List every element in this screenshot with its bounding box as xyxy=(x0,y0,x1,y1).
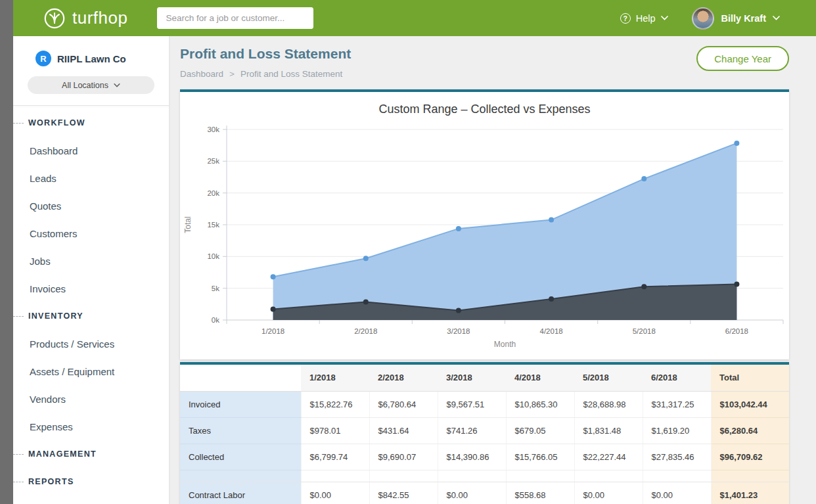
cell-value: $28,688.98 xyxy=(574,391,643,417)
row-label: Taxes xyxy=(180,417,301,444)
cell-value: $10,865.30 xyxy=(506,391,574,417)
row-total: $6,280.64 xyxy=(711,417,789,444)
cell-value: $14,390.86 xyxy=(438,444,506,470)
cell-value: $0.00 xyxy=(643,482,711,504)
cell-value: $431.64 xyxy=(369,417,438,444)
sidebar-section-management: MANAGEMENT xyxy=(13,440,169,468)
sidebar-item-jobs[interactable]: Jobs xyxy=(13,247,169,275)
location-filter[interactable]: All Locations xyxy=(28,76,154,94)
sidebar-item-customers[interactable]: Customers xyxy=(13,219,169,247)
tree-dash-icon xyxy=(13,316,24,317)
cell-value: $9,567.51 xyxy=(438,391,506,417)
cell-value: $6,780.64 xyxy=(369,391,438,417)
svg-text:6/2018: 6/2018 xyxy=(725,327,748,335)
breadcrumb: Dashboard>Profit and Loss Statement xyxy=(180,69,351,79)
cell-value: $741.26 xyxy=(438,417,506,444)
row-total: $103,042.44 xyxy=(711,391,789,417)
chevron-down-icon xyxy=(661,16,668,20)
row-label: Collected xyxy=(180,444,301,470)
sidebar-item-dashboard[interactable]: Dashboard xyxy=(13,137,169,164)
table-row: Collected$6,799.74$9,690.07$14,390.86$15… xyxy=(180,444,789,470)
user-avatar xyxy=(692,7,714,30)
help-menu[interactable]: ? Help xyxy=(620,13,668,24)
column-header: 4/2018 xyxy=(506,365,574,391)
search-input[interactable] xyxy=(157,7,313,29)
topbar-right: ? Help Billy Kraft xyxy=(620,7,816,30)
app-window: turfhop ? Help Billy Kraft R RIIPL Lawn … xyxy=(13,0,816,504)
cell-value: $0.00 xyxy=(438,482,506,504)
cell-value: $6,799.74 xyxy=(301,444,369,470)
sidebar-item-vendors[interactable]: Vendors xyxy=(13,385,169,413)
svg-text:3/2018: 3/2018 xyxy=(447,327,470,335)
cell-value: $978.01 xyxy=(301,417,369,444)
sidebar-section-workflow: WORKFLOW xyxy=(13,109,169,137)
user-name: Billy Kraft xyxy=(721,13,767,24)
tree-dash-icon xyxy=(13,454,24,455)
cell-value: $1,831.48 xyxy=(574,417,643,444)
column-header: 1/2018 xyxy=(301,365,369,391)
cell-value: $0.00 xyxy=(301,482,369,504)
brand[interactable]: turfhop xyxy=(43,7,127,30)
sidebar-item-quotes[interactable]: Quotes xyxy=(13,192,169,219)
svg-text:Month: Month xyxy=(494,340,516,349)
chevron-down-icon xyxy=(773,16,780,20)
breadcrumb-profit-and-loss-statement: Profit and Loss Statement xyxy=(240,69,342,79)
cell-value: $558.68 xyxy=(506,482,574,504)
breadcrumb-dashboard[interactable]: Dashboard xyxy=(180,69,223,79)
table-row: Invoiced$15,822.76$6,780.64$9,567.51$10,… xyxy=(180,391,789,417)
sidebar-item-assets-equipment[interactable]: Assets / Equipment xyxy=(13,357,169,385)
cell-value: $15,822.76 xyxy=(301,391,369,417)
chart-card: Custom Range – Collected vs Expenses 0k5… xyxy=(180,89,789,359)
cell-value: $679.05 xyxy=(506,417,574,444)
table-row: Contract Labor$0.00$842.55$0.00$558.68$0… xyxy=(180,482,789,504)
sidebar-item-expenses[interactable]: Expenses xyxy=(13,413,169,440)
page-header: Profit and Loss Statement Dashboard>Prof… xyxy=(180,46,789,79)
brand-name: turfhop xyxy=(72,8,127,28)
cell-value: $27,835.46 xyxy=(643,444,711,470)
column-header: 5/2018 xyxy=(574,365,643,391)
sidebar-section-inventory: INVENTORY xyxy=(13,302,169,330)
table-row: Taxes$978.01$431.64$741.26$679.05$1,831.… xyxy=(180,417,789,444)
row-label: Invoiced xyxy=(180,391,301,417)
main-content: Profit and Loss Statement Dashboard>Prof… xyxy=(169,36,816,504)
change-year-button[interactable]: Change Year xyxy=(696,46,789,71)
cell-value: $15,766.05 xyxy=(506,444,574,470)
section-spacer-row xyxy=(180,470,789,482)
column-header: 3/2018 xyxy=(438,365,506,391)
tree-dash-icon xyxy=(13,123,24,124)
help-label: Help xyxy=(636,13,656,24)
sidebar-item-products-services[interactable]: Products / Services xyxy=(13,330,169,357)
pl-table: 1/20182/20183/20184/20185/20186/2018Tota… xyxy=(180,365,789,504)
svg-text:1/2018: 1/2018 xyxy=(261,327,284,335)
company-switcher[interactable]: R RIIPL Lawn Co xyxy=(13,36,169,66)
row-label-header xyxy=(180,365,301,391)
svg-text:4/2018: 4/2018 xyxy=(540,327,563,335)
sidebar-item-invoices[interactable]: Invoices xyxy=(13,275,169,302)
sidebar-item-leads[interactable]: Leads xyxy=(13,164,169,192)
svg-text:20k: 20k xyxy=(207,189,219,197)
breadcrumb-separator: > xyxy=(229,69,235,79)
sidebar-section-reports: REPORTS xyxy=(13,468,169,495)
sidebar-section-super-admin: SUPER ADMIN xyxy=(13,495,169,504)
chart-title: Custom Range – Collected vs Expenses xyxy=(180,92,789,116)
help-icon: ? xyxy=(620,13,631,24)
svg-text:0k: 0k xyxy=(212,316,219,324)
company-logo: R xyxy=(35,51,51,66)
topbar: turfhop ? Help Billy Kraft xyxy=(13,0,816,36)
user-menu[interactable]: Billy Kraft xyxy=(692,7,781,30)
column-header: 6/2018 xyxy=(643,365,711,391)
total-column-header: Total xyxy=(711,365,789,391)
svg-text:Total: Total xyxy=(183,216,193,233)
cell-value: $1,619.20 xyxy=(643,417,711,444)
company-name: RIIPL Lawn Co xyxy=(57,53,126,64)
svg-text:25k: 25k xyxy=(207,157,219,165)
sidebar-nav: WORKFLOWDashboardLeadsQuotesCustomersJob… xyxy=(13,106,169,504)
row-total: $96,709.62 xyxy=(711,444,789,470)
tree-dash-icon xyxy=(13,482,24,482)
pl-table-card: 1/20182/20183/20184/20185/20186/2018Tota… xyxy=(180,362,789,504)
svg-text:5k: 5k xyxy=(212,285,219,292)
pl-chart[interactable]: 0k5k10k15k20k25k30k1/20182/20183/20184/2… xyxy=(180,119,789,353)
svg-text:2/2018: 2/2018 xyxy=(354,327,377,335)
row-label: Contract Labor xyxy=(180,482,301,504)
cell-value: $31,317.25 xyxy=(643,391,711,417)
